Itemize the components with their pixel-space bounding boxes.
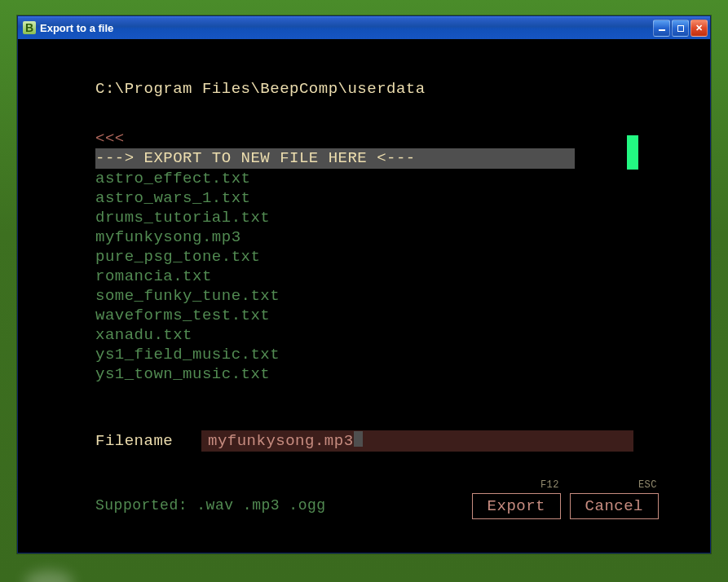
file-row[interactable]: some_funky_tune.txt xyxy=(95,286,634,306)
new-export-here-row[interactable]: ---> EXPORT TO NEW FILE HERE <--- xyxy=(95,148,575,169)
app-icon: B xyxy=(23,21,36,34)
filename-label: Filename xyxy=(95,432,201,450)
file-row[interactable]: waveforms_test.txt xyxy=(95,306,634,325)
export-button[interactable]: Export xyxy=(472,493,561,519)
file-row[interactable]: ys1_town_music.txt xyxy=(95,364,634,384)
minimize-icon xyxy=(659,29,665,31)
export-dialog-window: B Export to a file ✕ C:\Program Files\Be… xyxy=(17,15,711,553)
file-row[interactable]: astro_wars_1.txt xyxy=(95,188,634,208)
scrollbar[interactable] xyxy=(627,135,638,380)
parent-directory-row[interactable]: <<< xyxy=(95,129,634,148)
cancel-shortcut-hint: ESC xyxy=(638,479,657,491)
file-row[interactable]: pure_psg_tone.txt xyxy=(95,247,634,267)
file-row[interactable]: myfunkysong.mp3 xyxy=(95,227,634,247)
text-cursor xyxy=(354,431,363,447)
scrollbar-thumb[interactable] xyxy=(627,135,638,170)
file-row[interactable]: astro_effect.txt xyxy=(95,169,634,188)
cancel-button[interactable]: Cancel xyxy=(570,493,659,519)
filename-input[interactable]: myfunkysong.mp3 xyxy=(201,430,633,452)
maximize-icon xyxy=(677,25,684,32)
close-button[interactable]: ✕ xyxy=(690,20,708,37)
file-row[interactable]: drums_tutorial.txt xyxy=(95,208,634,227)
file-row[interactable]: xanadu.txt xyxy=(95,325,634,345)
maximize-button[interactable] xyxy=(672,20,689,37)
close-icon: ✕ xyxy=(695,23,703,33)
supported-formats: Supported: .wav .mp3 .ogg xyxy=(95,497,326,514)
export-shortcut-hint: F12 xyxy=(540,479,559,491)
file-row[interactable]: ys1_field_music.txt xyxy=(95,345,634,364)
file-list: <<< ---> EXPORT TO NEW FILE HERE <--- as… xyxy=(95,129,634,384)
filename-row: Filename myfunkysong.mp3 xyxy=(95,430,633,452)
current-path: C:\Program Files\BeepComp\userdata xyxy=(95,80,426,98)
minimize-button[interactable] xyxy=(653,20,670,37)
titlebar[interactable]: B Export to a file ✕ xyxy=(18,16,710,39)
window-title: Export to a file xyxy=(40,22,653,34)
file-row[interactable]: romancia.txt xyxy=(95,267,634,286)
client-area: C:\Program Files\BeepComp\userdata <<< -… xyxy=(20,39,708,550)
